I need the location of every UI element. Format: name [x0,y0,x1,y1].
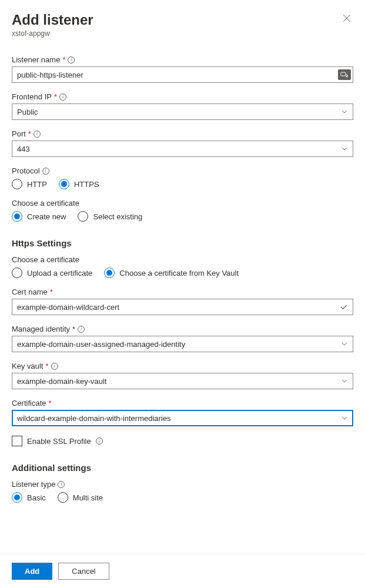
info-icon[interactable]: i [51,363,58,370]
frontend-ip-select[interactable]: Public [12,103,353,120]
label-protocol: Protocol [12,166,40,175]
field-managed-identity: Managed identity * i example-domain-user… [12,325,353,352]
info-icon[interactable]: i [78,326,85,333]
label-certificate: Certificate [12,399,46,407]
managed-identity-select[interactable]: example-domain-user-assigned-managed-ide… [12,336,353,352]
label-key-vault: Key vault [12,362,43,370]
radio-label: Create new [27,212,66,221]
label-listener-type: Listener type [12,480,55,489]
radio-keyvault-cert[interactable]: Choose a certificate from Key Vault [104,268,239,278]
info-icon[interactable]: i [59,93,66,101]
field-listener-name: Listener name * i [12,55,353,83]
info-icon[interactable]: i [96,437,103,445]
svg-point-1 [346,76,348,78]
close-button[interactable] [340,12,353,27]
panel-subtitle: xstof-appgw [12,29,93,38]
chevron-down-icon [341,108,348,115]
label-choose-cert-source: Choose a certificate [12,255,79,264]
required-indicator: * [50,288,53,296]
radio-icon [104,268,115,278]
svg-rect-0 [341,72,346,76]
required-indicator: * [72,325,75,333]
radio-label: Select existing [93,212,142,221]
close-icon [343,14,351,22]
radio-label: Multi site [73,493,103,502]
field-cert-name: Cert name * example-domain-wildcard-cert [12,288,353,315]
radio-protocol-http[interactable]: HTTP [12,179,47,189]
port-select[interactable]: 443 [12,141,353,157]
chevron-down-icon [341,145,348,152]
radio-label: Choose a certificate from Key Vault [119,269,239,278]
section-heading-additional-settings: Additional settings [12,463,353,473]
label-choose-cert: Choose a certificate [12,199,79,208]
required-indicator: * [62,55,65,64]
required-indicator: * [28,129,31,138]
port-value: 443 [17,145,30,153]
radio-icon [12,492,22,503]
radio-icon [59,179,69,189]
radio-label: Upload a certificate [27,269,92,278]
enable-ssl-checkbox[interactable] [12,436,22,446]
radio-upload-cert[interactable]: Upload a certificate [12,268,92,278]
radio-icon [12,211,22,222]
field-listener-type: Listener type i Basic Multi site [12,480,353,503]
required-indicator: * [45,362,48,370]
label-port: Port [12,129,26,138]
checkmark-icon [340,303,348,311]
frontend-ip-value: Public [17,108,38,116]
cert-name-value: example-domain-wildcard-cert [17,303,119,312]
info-icon[interactable]: i [34,131,41,138]
radio-listener-type-basic[interactable]: Basic [12,492,46,503]
info-icon[interactable]: i [58,481,65,488]
radio-icon [12,179,22,189]
field-certificate: Certificate * wildcard-example-domain-wi… [12,399,353,426]
radio-label: Basic [27,493,46,502]
label-cert-name: Cert name [12,288,48,296]
required-indicator: * [54,92,57,101]
field-protocol: Protocol i HTTP HTTPS [12,166,353,189]
radio-icon [12,268,22,278]
radio-protocol-https[interactable]: HTTPS [59,179,99,189]
radio-cert-select-existing[interactable]: Select existing [78,211,142,222]
key-vault-value: example-domain-key-vault [17,377,106,386]
chevron-down-icon [341,415,348,422]
input-suggestion-badge[interactable] [338,69,351,80]
radio-label: HTTPS [74,180,99,189]
info-icon[interactable]: i [68,56,75,64]
radio-icon [78,211,88,222]
certificate-select[interactable]: wildcard-example-domain-with-intermediar… [12,410,353,426]
label-managed-identity: Managed identity [12,325,70,333]
chevron-down-icon [341,340,348,348]
required-indicator: * [49,399,52,407]
listener-name-input[interactable] [12,66,353,83]
field-enable-ssl-profile: Enable SSL Profile i [12,436,353,446]
radio-label: HTTP [27,180,47,189]
field-port: Port * i 443 [12,129,353,157]
field-choose-cert-source: Choose a certificate Upload a certificat… [12,255,353,278]
info-icon[interactable]: i [42,168,49,175]
radio-icon [58,492,68,503]
certificate-value: wildcard-example-domain-with-intermediar… [17,414,171,423]
panel-title: Add listener [12,12,93,28]
section-heading-https-settings: Https Settings [12,238,353,248]
label-listener-name: Listener name [12,55,60,64]
cert-name-input[interactable]: example-domain-wildcard-cert [12,299,353,315]
panel-footer: Add Cancel [0,554,365,559]
label-frontend-ip: Frontend IP [12,92,52,101]
key-vault-select[interactable]: example-domain-key-vault [12,373,353,389]
field-choose-cert-mode: Choose a certificate Create new Select e… [12,199,353,222]
field-key-vault: Key vault * i example-domain-key-vault [12,362,353,389]
label-enable-ssl: Enable SSL Profile [27,437,91,446]
chevron-down-icon [341,377,348,385]
field-frontend-ip: Frontend IP * i Public [12,92,353,120]
panel-header: Add listener xstof-appgw [12,12,353,38]
managed-identity-value: example-domain-user-assigned-managed-ide… [17,340,185,349]
radio-cert-create-new[interactable]: Create new [12,211,66,222]
radio-listener-type-multi[interactable]: Multi site [58,492,103,503]
